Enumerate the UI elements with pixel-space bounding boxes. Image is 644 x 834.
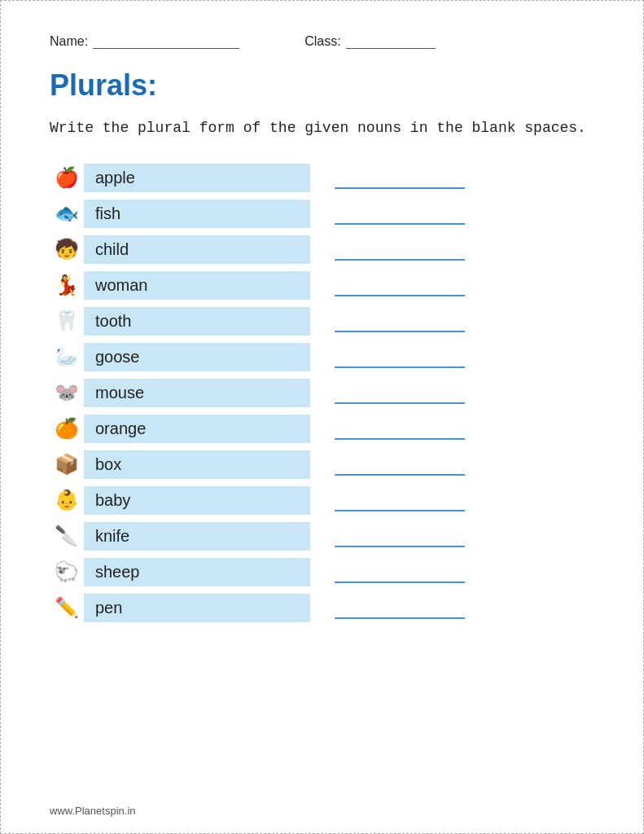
word-icon: 🧒 bbox=[50, 234, 84, 265]
word-row: 🦢goose bbox=[50, 341, 594, 372]
word-icon: 🍊 bbox=[50, 413, 84, 444]
word-label: baby bbox=[84, 486, 310, 515]
word-label: woman bbox=[84, 271, 310, 300]
word-icon: ✏️ bbox=[50, 592, 84, 623]
word-label: sheep bbox=[84, 558, 310, 586]
word-row: 👶baby bbox=[50, 485, 594, 516]
answer-line[interactable] bbox=[335, 238, 465, 261]
word-label: goose bbox=[84, 343, 310, 371]
word-left: 🦢goose bbox=[50, 341, 310, 372]
word-left: 🍎apple bbox=[50, 162, 310, 193]
word-left: 📦box bbox=[50, 449, 310, 480]
name-class-row: Name: Class: bbox=[50, 33, 594, 49]
word-row: 🔪knife bbox=[50, 520, 594, 551]
word-icon: 🔪 bbox=[50, 520, 84, 551]
word-left: 🐟fish bbox=[50, 198, 310, 229]
word-icon: 📦 bbox=[50, 449, 84, 480]
word-row: 💃woman bbox=[50, 270, 594, 301]
footer-text: www.Planetspin.in bbox=[50, 805, 136, 817]
word-label: knife bbox=[84, 522, 310, 551]
class-underline[interactable] bbox=[346, 33, 436, 49]
answer-line[interactable] bbox=[335, 453, 465, 476]
word-left: 🔪knife bbox=[50, 520, 310, 551]
answer-line[interactable] bbox=[335, 274, 465, 296]
word-label: box bbox=[84, 450, 310, 479]
name-label: Name: bbox=[50, 34, 88, 49]
word-label: apple bbox=[84, 164, 310, 192]
word-label: tooth bbox=[84, 307, 310, 336]
word-left: 🦷tooth bbox=[50, 305, 310, 336]
word-left: 🧒child bbox=[50, 234, 310, 265]
answer-line[interactable] bbox=[335, 489, 465, 511]
word-row: ✏️pen bbox=[50, 592, 594, 623]
answer-line[interactable] bbox=[335, 202, 465, 225]
answer-line[interactable] bbox=[335, 166, 465, 189]
word-left: 💃woman bbox=[50, 270, 310, 301]
answer-line[interactable] bbox=[335, 309, 465, 332]
answer-line[interactable] bbox=[335, 596, 465, 619]
word-left: 🐭mouse bbox=[50, 377, 310, 408]
answer-line[interactable] bbox=[335, 560, 465, 583]
class-label: Class: bbox=[304, 34, 340, 49]
word-row: 📦box bbox=[50, 449, 594, 480]
word-list: 🍎apple🐟fish🧒child💃woman🦷tooth🦢goose🐭mous… bbox=[50, 162, 594, 623]
answer-line[interactable] bbox=[335, 525, 465, 547]
word-row: 🐑sheep bbox=[50, 556, 594, 587]
word-icon: 👶 bbox=[50, 485, 84, 516]
word-icon: 🐟 bbox=[50, 198, 84, 229]
word-icon: 🍎 bbox=[50, 162, 84, 193]
answer-line[interactable] bbox=[335, 381, 465, 404]
word-icon: 🦷 bbox=[50, 305, 84, 336]
word-row: 🍊orange bbox=[50, 413, 594, 444]
word-row: 🐭mouse bbox=[50, 377, 594, 408]
word-row: 🦷tooth bbox=[50, 305, 594, 336]
answer-line[interactable] bbox=[335, 345, 465, 368]
page-title: Plurals: bbox=[50, 68, 594, 103]
word-label: child bbox=[84, 235, 310, 264]
answer-line[interactable] bbox=[335, 417, 465, 440]
word-icon: 🐑 bbox=[50, 556, 84, 587]
name-field: Name: bbox=[50, 33, 239, 49]
word-label: pen bbox=[84, 594, 310, 622]
word-label: fish bbox=[84, 200, 310, 228]
instructions-text: Write the plural form of the given nouns… bbox=[50, 117, 594, 139]
class-field: Class: bbox=[304, 33, 435, 49]
word-row: 🍎apple bbox=[50, 162, 594, 193]
word-label: orange bbox=[84, 415, 310, 443]
name-underline[interactable] bbox=[93, 33, 239, 49]
word-left: 🐑sheep bbox=[50, 556, 310, 587]
word-left: 👶baby bbox=[50, 485, 310, 516]
word-icon: 💃 bbox=[50, 270, 84, 301]
word-left: 🍊orange bbox=[50, 413, 310, 444]
word-label: mouse bbox=[84, 379, 310, 407]
word-icon: 🦢 bbox=[50, 341, 84, 372]
word-left: ✏️pen bbox=[50, 592, 310, 623]
word-icon: 🐭 bbox=[50, 377, 84, 408]
word-row: 🧒child bbox=[50, 234, 594, 265]
word-row: 🐟fish bbox=[50, 198, 594, 229]
worksheet-page: Name: Class: Plurals: Write the plural f… bbox=[0, 0, 644, 834]
